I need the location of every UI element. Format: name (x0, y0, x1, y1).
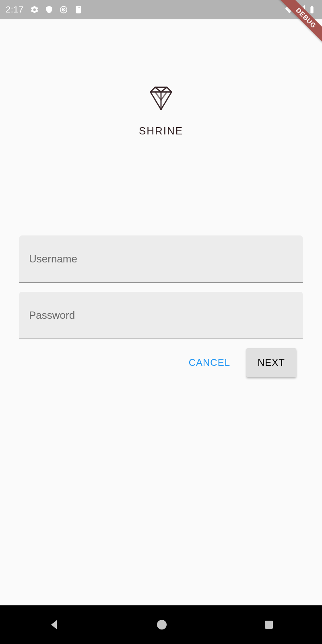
username-field[interactable] (19, 235, 303, 283)
shield-icon (45, 5, 54, 14)
password-field[interactable] (19, 292, 303, 339)
battery-icon (308, 5, 316, 14)
svg-point-0 (157, 620, 167, 630)
android-nav-bar (0, 605, 322, 644)
at-circle-icon (59, 5, 68, 14)
brand-name: SHRINE (139, 125, 183, 137)
login-screen: SHRINE CANCEL NEXT (0, 84, 322, 377)
back-nav-icon[interactable] (47, 618, 61, 632)
button-row: CANCEL NEXT (19, 348, 303, 377)
storage-icon (74, 5, 83, 14)
home-nav-icon[interactable] (155, 618, 168, 631)
android-status-bar: 2:17 (0, 0, 322, 19)
gear-icon (30, 5, 39, 14)
next-button[interactable]: NEXT (246, 348, 296, 377)
recent-nav-icon[interactable] (263, 619, 275, 631)
diamond-logo-icon (147, 84, 175, 112)
brand-header: SHRINE (0, 84, 322, 137)
login-form: CANCEL NEXT (0, 235, 322, 377)
password-input[interactable] (29, 309, 293, 322)
status-clock: 2:17 (6, 4, 24, 15)
cancel-button[interactable]: CANCEL (184, 348, 235, 377)
username-input[interactable] (29, 253, 293, 265)
svg-rect-1 (265, 621, 273, 629)
